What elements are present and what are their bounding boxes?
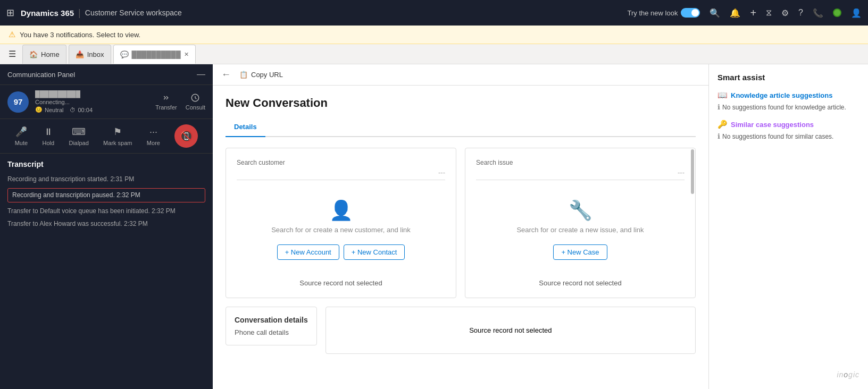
hold-icon: ⏸ xyxy=(44,126,53,138)
settings-icon[interactable]: ⚙ xyxy=(781,8,789,18)
home-icon: 🏠 xyxy=(29,50,38,58)
notification-bar[interactable]: ⚠ You have 3 notifications. Select to vi… xyxy=(0,26,868,44)
tab-close-icon[interactable]: ✕ xyxy=(184,51,189,58)
agent-status: Connecting... xyxy=(35,99,149,105)
brand-area: Dynamics 365 | Customer Service workspac… xyxy=(21,7,182,19)
hamburger-menu[interactable]: ☰ xyxy=(4,47,20,61)
tab-details[interactable]: Details xyxy=(226,119,265,137)
transcript-title: Transcript xyxy=(7,160,205,168)
back-button[interactable]: ← xyxy=(221,69,231,80)
end-call-button[interactable]: 📵 xyxy=(174,124,198,148)
inbox-icon: 📥 xyxy=(76,50,84,58)
call-controls: 🎤 Mute ⏸ Hold ⌨ Dialpad ⚑ Mark spam ··· … xyxy=(0,119,213,154)
timer-icon: ⏱ xyxy=(70,107,76,113)
user-icon[interactable]: 👤 xyxy=(851,8,862,18)
tab-home-label: Home xyxy=(41,50,60,58)
content-toolbar: ← 📋 Copy URL xyxy=(213,64,708,86)
customer-search-label: Search customer xyxy=(237,159,445,166)
new-account-button[interactable]: + New Account xyxy=(277,244,339,260)
tab-inbox-label: Inbox xyxy=(87,50,104,58)
main-layout: Communication Panel — 97 ██████████ Conn… xyxy=(0,64,868,389)
connecting-status: Connecting... xyxy=(35,99,70,105)
add-icon[interactable]: + xyxy=(750,7,756,19)
phone-icon[interactable]: 📞 xyxy=(813,8,823,18)
similar-case-label: Similar case suggestions xyxy=(731,121,814,129)
app-grid-icon[interactable]: ⊞ xyxy=(6,7,14,19)
conversation-details-title: Conversation details xyxy=(235,316,308,324)
customer-icon: 👤 xyxy=(329,199,353,222)
info-icon-case: ℹ xyxy=(717,132,720,140)
knowledge-icon: 📖 xyxy=(717,90,728,100)
transcript-entry-3: Transfer to Default voice queue has been… xyxy=(7,207,205,216)
bottom-row: Conversation details Phone call details … xyxy=(226,307,696,354)
sentiment-label: 😐 xyxy=(35,106,43,113)
customer-search-input[interactable] xyxy=(237,168,434,176)
more-button[interactable]: ··· More xyxy=(147,126,160,146)
spam-label: Mark spam xyxy=(103,140,132,146)
customer-center-text: Search for or create a new customer, and… xyxy=(271,226,411,234)
customer-card: Search customer --- 👤 Search for or crea… xyxy=(226,148,456,298)
tab-conversation-label: ██████████ xyxy=(132,50,181,58)
filter-icon[interactable]: ⧖ xyxy=(766,8,772,18)
new-case-button[interactable]: + New Case xyxy=(553,244,607,260)
content-main: New Conversation Details Search customer… xyxy=(213,86,708,389)
transcript-entry-2-highlighted: Recording and transcription paused. 2:32… xyxy=(7,188,205,202)
transcript-entry-4: Transfer to Alex Howard was successful. … xyxy=(7,219,205,229)
customer-search-dash: --- xyxy=(438,168,445,176)
issue-center-text: Search for or create a new issue, and li… xyxy=(516,226,644,234)
copy-url-button[interactable]: 📋 Copy URL xyxy=(235,69,287,81)
phone-call-details: Phone call details xyxy=(235,328,308,336)
customer-source-record: Source record not selected xyxy=(237,279,445,287)
transcript-section: Transcript Recording and transcription s… xyxy=(0,154,213,389)
call-timer: 00:04 xyxy=(78,107,93,113)
consult-button[interactable]: Consult xyxy=(186,93,205,111)
agent-sentiment-timer: 😐 Neutral ⏱ 00:04 xyxy=(35,106,149,113)
issue-search-input[interactable] xyxy=(476,168,673,176)
page-title: New Conversation xyxy=(226,96,696,110)
issue-search-label: Search issue xyxy=(476,159,685,166)
consult-label: Consult xyxy=(186,104,205,111)
transfer-button[interactable]: Transfer xyxy=(155,93,177,111)
hold-label: Hold xyxy=(42,140,54,146)
customer-search-row: --- xyxy=(237,168,445,180)
right-source-record-card: Source record not selected xyxy=(326,307,696,354)
more-icon: ··· xyxy=(149,126,157,138)
sentiment-text: Neutral xyxy=(45,107,63,113)
issue-card-actions: + New Case xyxy=(553,244,607,260)
scrollbar-track[interactable] xyxy=(691,148,694,298)
more-label: More xyxy=(147,140,160,146)
issue-search-dash: --- xyxy=(678,168,685,176)
knowledge-label: Knowledge article suggestions xyxy=(731,91,832,99)
tab-conversation[interactable]: 💬 ██████████ ✕ xyxy=(113,45,196,64)
communication-panel: Communication Panel — 97 ██████████ Conn… xyxy=(0,64,213,389)
notification-message: You have 3 notifications. Select to view… xyxy=(20,31,140,39)
mute-label: Mute xyxy=(15,140,28,146)
mute-button[interactable]: 🎤 Mute xyxy=(15,126,28,146)
tab-inbox[interactable]: 📥 Inbox xyxy=(69,45,111,64)
tab-home[interactable]: 🏠 Home xyxy=(22,45,66,64)
search-icon[interactable]: 🔍 xyxy=(710,8,720,18)
notification-icon[interactable]: 🔔 xyxy=(730,8,740,18)
try-new-look-toggle[interactable]: Try the new look xyxy=(628,8,700,18)
brand-separator: | xyxy=(78,7,81,19)
new-contact-button[interactable]: + New Contact xyxy=(344,244,405,260)
comm-panel-title: Communication Panel xyxy=(7,71,75,79)
nav-right-area: Try the new look 🔍 🔔 + ⧖ ⚙ ? 📞 👤 xyxy=(628,7,862,19)
dialpad-button[interactable]: ⌨ Dialpad xyxy=(69,126,88,146)
mute-icon: 🎤 xyxy=(15,126,27,138)
toggle-switch[interactable] xyxy=(681,8,700,18)
issue-source-record: Source record not selected xyxy=(476,279,685,287)
right-source-record-text: Source record not selected xyxy=(469,326,552,334)
hold-button[interactable]: ⏸ Hold xyxy=(42,126,54,146)
help-icon[interactable]: ? xyxy=(798,8,803,18)
conversation-icon: 💬 xyxy=(120,50,129,58)
comm-panel-header: Communication Panel — xyxy=(0,64,213,85)
minimize-button[interactable]: — xyxy=(197,70,205,79)
mark-spam-button[interactable]: ⚑ Mark spam xyxy=(103,126,132,146)
transcript-entry-1: Recording and transcription started. 2:3… xyxy=(7,175,205,184)
end-call-icon: 📵 xyxy=(180,130,193,142)
smart-assist-title: Smart assist xyxy=(717,73,859,82)
similar-case-no-suggestions: No suggestions found for similar cases. xyxy=(722,133,833,140)
issue-icon: 🔧 xyxy=(569,199,592,222)
content-area: ← 📋 Copy URL New Conversation Details Se… xyxy=(213,64,708,389)
